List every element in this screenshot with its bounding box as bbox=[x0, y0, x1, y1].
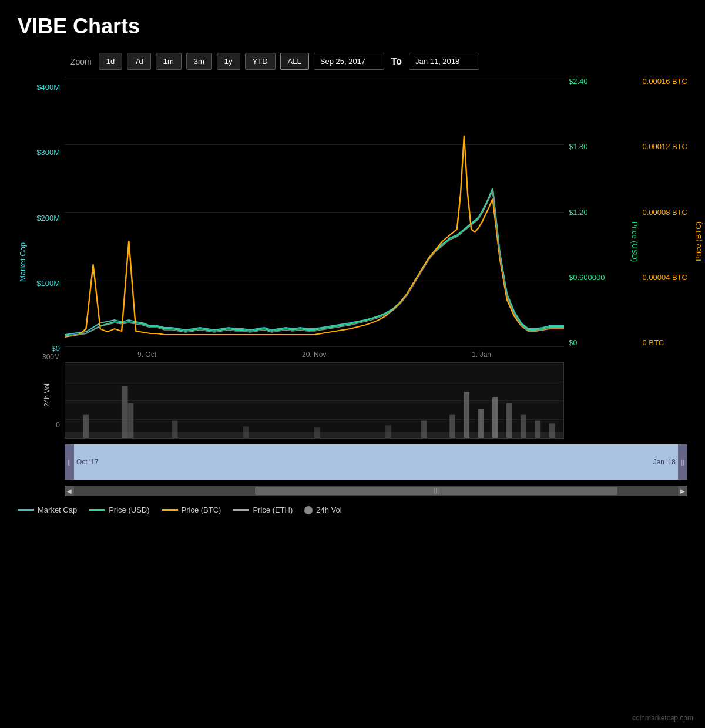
chart-wrapper: Market Cap $400M $300M $200M $100M $0 24… bbox=[0, 77, 705, 439]
svg-rect-16 bbox=[549, 423, 555, 438]
left-axis-column: Market Cap $400M $300M $200M $100M $0 24… bbox=[18, 77, 65, 439]
minimap-handle-left[interactable]: || bbox=[65, 444, 74, 480]
main-chart[interactable] bbox=[65, 77, 564, 347]
legend-price-btc: Price (BTC) bbox=[162, 505, 221, 514]
to-label: To bbox=[391, 56, 402, 67]
svg-rect-14 bbox=[521, 415, 526, 438]
left-axis-val-0: $0 bbox=[52, 344, 60, 353]
svg-rect-6 bbox=[314, 427, 320, 438]
usd-val-0: $0 bbox=[569, 338, 623, 347]
zoom-btn-all[interactable]: ALL bbox=[280, 53, 309, 70]
btc-val-0: 0 BTC bbox=[642, 338, 687, 347]
svg-rect-8 bbox=[421, 420, 427, 438]
svg-rect-15 bbox=[535, 420, 541, 438]
page-title: VIBE Charts bbox=[0, 0, 705, 48]
scrollbar-left-btn[interactable]: ◀ bbox=[65, 486, 74, 496]
btc-val-00008: 0.00008 BTC bbox=[642, 208, 687, 217]
minimap-handle-right[interactable]: || bbox=[678, 444, 687, 480]
x-label-jan: 1. Jan bbox=[472, 350, 491, 359]
right-usd-column: $2.40 $1.80 $1.20 $0.600000 $0 Price (US… bbox=[564, 77, 623, 439]
vol-chart-svg bbox=[65, 363, 563, 438]
legend-price-usd: Price (USD) bbox=[89, 505, 149, 514]
svg-rect-5 bbox=[243, 426, 249, 438]
vol-chart[interactable] bbox=[65, 362, 564, 439]
scrollbar-right-btn[interactable]: ▶ bbox=[678, 486, 687, 496]
usd-val-120: $1.20 bbox=[569, 208, 623, 217]
legend-24h-vol: 24h Vol bbox=[304, 505, 341, 514]
svg-rect-3 bbox=[128, 403, 134, 438]
scrollbar-track[interactable]: ||| bbox=[74, 486, 678, 496]
legend-price-btc-line bbox=[162, 509, 178, 511]
x-label-nov: 20. Nov bbox=[302, 350, 326, 359]
legend-24h-vol-label: 24h Vol bbox=[316, 505, 341, 514]
vol-val-0: 0 bbox=[56, 421, 60, 429]
svg-rect-7 bbox=[385, 425, 391, 438]
controls-row: Zoom 1d 7d 1m 3m 1y YTD ALL To bbox=[0, 48, 705, 77]
legend-price-usd-line bbox=[89, 509, 105, 511]
legend-price-eth-label: Price (ETH) bbox=[253, 505, 293, 514]
svg-rect-12 bbox=[492, 397, 498, 438]
svg-rect-4 bbox=[172, 420, 178, 438]
right-btc-column: 0.00016 BTC 0.00012 BTC 0.00008 BTC 0.00… bbox=[623, 77, 705, 439]
left-axis-val-300m: $300M bbox=[36, 148, 60, 157]
svg-rect-11 bbox=[478, 409, 484, 438]
legend-price-eth: Price (ETH) bbox=[233, 505, 293, 514]
credit: coinmarketcap.com bbox=[632, 714, 693, 722]
zoom-label: Zoom bbox=[70, 57, 92, 66]
x-label-oct: 9. Oct bbox=[137, 350, 156, 359]
price-btc-axis-label: Price (BTC) bbox=[694, 221, 703, 261]
from-date-input[interactable] bbox=[314, 53, 384, 70]
btc-val-00012: 0.00012 BTC bbox=[642, 142, 687, 151]
legend-market-cap-line bbox=[18, 509, 34, 511]
svg-rect-13 bbox=[506, 403, 512, 438]
legend-price-usd-label: Price (USD) bbox=[109, 505, 149, 514]
legend-market-cap-label: Market Cap bbox=[38, 505, 77, 514]
usd-val-240: $2.40 bbox=[569, 77, 623, 86]
btc-val-00004: 0.00004 BTC bbox=[642, 273, 687, 282]
usd-val-060: $0.600000 bbox=[569, 273, 623, 282]
minimap-label-left: Oct '17 bbox=[76, 458, 99, 466]
svg-rect-1 bbox=[83, 415, 89, 438]
minimap-label-right: Jan '18 bbox=[653, 458, 676, 466]
left-axis-val-200m: $200M bbox=[36, 214, 60, 223]
to-date-input[interactable] bbox=[409, 53, 479, 70]
market-cap-axis-label: Market Cap bbox=[18, 242, 27, 282]
svg-rect-9 bbox=[449, 415, 455, 438]
zoom-btn-1y[interactable]: 1y bbox=[217, 53, 240, 70]
scrollbar-thumb[interactable]: ||| bbox=[255, 487, 617, 495]
usd-val-180: $1.80 bbox=[569, 142, 623, 151]
legend-price-btc-label: Price (BTC) bbox=[182, 505, 221, 514]
left-axis-val-400m: $400M bbox=[36, 83, 60, 92]
svg-rect-2 bbox=[122, 386, 128, 438]
legend-market-cap: Market Cap bbox=[18, 505, 77, 514]
zoom-btn-3m[interactable]: 3m bbox=[186, 53, 212, 70]
btc-val-00016: 0.00016 BTC bbox=[642, 77, 687, 86]
scrollbar[interactable]: ◀ ||| ▶ bbox=[65, 486, 687, 496]
zoom-btn-ytd[interactable]: YTD bbox=[245, 53, 276, 70]
legend-row: Market Cap Price (USD) Price (BTC) Price… bbox=[0, 496, 705, 520]
legend-price-eth-line bbox=[233, 509, 249, 511]
zoom-btn-1d[interactable]: 1d bbox=[99, 53, 122, 70]
minimap[interactable]: || Oct '17 Jan '18 || bbox=[65, 444, 687, 480]
vol-val-300m: 300M bbox=[42, 353, 60, 361]
x-axis: 9. Oct 20. Nov 1. Jan bbox=[65, 347, 564, 362]
zoom-btn-7d[interactable]: 7d bbox=[127, 53, 150, 70]
svg-rect-10 bbox=[464, 392, 469, 438]
left-axis-val-100m: $100M bbox=[36, 279, 60, 288]
vol-axis-label: 24h Vol bbox=[43, 383, 51, 407]
charts-column: 9. Oct 20. Nov 1. Jan bbox=[65, 77, 564, 439]
legend-24h-vol-dot bbox=[304, 506, 313, 514]
chart-svg bbox=[65, 77, 564, 346]
zoom-btn-1m[interactable]: 1m bbox=[156, 53, 182, 70]
